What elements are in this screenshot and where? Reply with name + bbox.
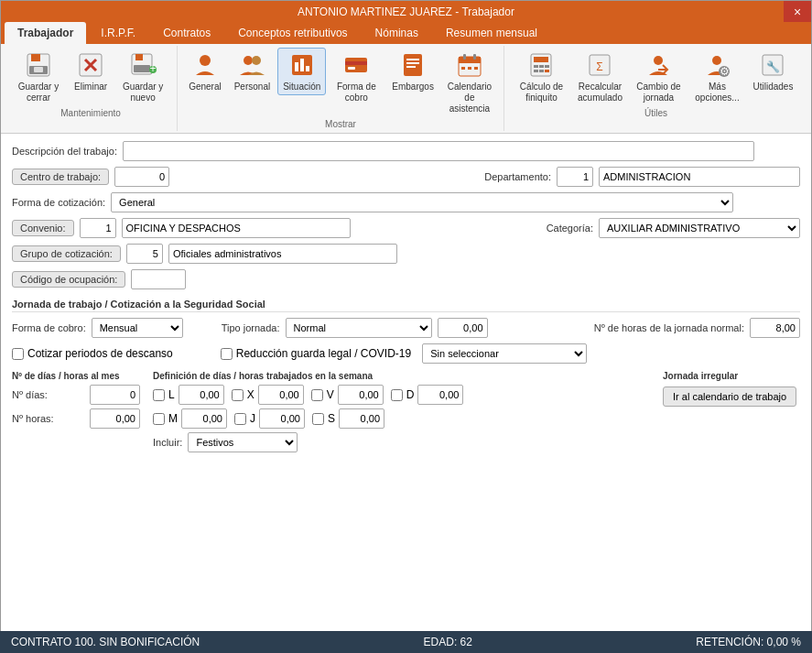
categoria-label: Categoría:	[547, 223, 593, 234]
status-edad: EDAD: 62	[424, 636, 472, 648]
categoria-select[interactable]: AUXILIAR ADMINISTRATIVO	[599, 218, 800, 238]
incluir-select[interactable]: Festivos	[188, 432, 298, 452]
delete-icon	[76, 50, 105, 80]
forma-cobro-select[interactable]: Mensual	[92, 318, 183, 338]
btn-situacion[interactable]: Situación	[277, 48, 326, 95]
day-D-input[interactable]	[417, 385, 463, 405]
horas-jornada-input[interactable]	[750, 318, 800, 338]
day-X-input[interactable]	[258, 385, 304, 405]
descripcion-input[interactable]	[123, 141, 754, 161]
ir-calendario-btn[interactable]: Ir al calendario de trabajo	[663, 386, 796, 407]
codigo-ocupacion-btn[interactable]: Código de ocupación:	[12, 271, 125, 288]
day-S-checkbox[interactable]	[312, 413, 324, 425]
tab-trabajador[interactable]: Trabajador	[5, 22, 86, 44]
descripcion-label: Descripción del trabajo:	[12, 146, 117, 157]
day-D-check[interactable]: D	[391, 388, 415, 401]
cotizar-periodos-check[interactable]: Cotizar periodos de descanso	[12, 347, 173, 360]
btn-cambio-jornada[interactable]: Cambio de jornada	[630, 48, 687, 106]
day-V-checkbox[interactable]	[311, 389, 323, 401]
btn-embargos[interactable]: Embargos	[386, 48, 439, 95]
day-J-input[interactable]	[259, 408, 305, 429]
jornada-irregular-panel: Jornada irregular Ir al calendario de tr…	[663, 371, 800, 407]
btn-calendario[interactable]: Calendario de asistencia	[441, 48, 498, 117]
btn-guardar-nuevo[interactable]: + Guardar y nuevo	[114, 48, 171, 106]
convenio-num-input[interactable]	[80, 218, 116, 238]
day-S-input[interactable]	[339, 408, 384, 429]
btn-calculo-finiquito[interactable]: Cálculo de finiquito	[513, 48, 569, 106]
convenio-btn[interactable]: Convenio:	[12, 220, 74, 236]
day-L-checkbox[interactable]	[153, 389, 165, 401]
tipo-jornada-hours[interactable]	[438, 318, 488, 338]
codigo-ocupacion-input[interactable]	[131, 269, 186, 289]
num-dias-input[interactable]	[90, 385, 140, 405]
grupo-cotizacion-name-input[interactable]	[168, 244, 397, 264]
day-M-checkbox[interactable]	[153, 413, 165, 425]
convenio-name-input[interactable]	[122, 218, 351, 238]
btn-general-label: General	[189, 82, 222, 93]
day-D-label: D	[406, 388, 415, 401]
num-horas-input[interactable]	[90, 408, 140, 429]
content-area: Descripción del trabajo: Centro de traba…	[1, 134, 811, 653]
svg-rect-34	[534, 57, 548, 62]
reduccion-guarda-checkbox[interactable]	[221, 348, 233, 360]
tab-contratos[interactable]: Contratos	[150, 22, 223, 44]
departamento-num-input[interactable]	[557, 167, 593, 187]
day-L-input[interactable]	[179, 385, 224, 405]
status-retencion: RETENCIÓN: 0,00 %	[696, 636, 801, 648]
title-bar: ANTONIO MARTINEZ JUAREZ - Trabajador ×	[1, 1, 811, 22]
tab-irpf[interactable]: I.R.P.F.	[88, 22, 148, 44]
tab-resumen[interactable]: Resumen mensual	[433, 22, 550, 44]
btn-mas-opciones[interactable]: ⚙ Más opciones...	[688, 48, 745, 106]
dias-horas-mes-panel: Nº de días / horas al mes Nº días: Nº ho…	[12, 371, 140, 434]
btn-calculo-finiquito-label: Cálculo de finiquito	[518, 82, 564, 103]
centro-input[interactable]	[114, 167, 169, 187]
tab-nominas[interactable]: Nóminas	[363, 22, 431, 44]
cotizar-periodos-checkbox[interactable]	[12, 348, 24, 360]
svg-rect-28	[463, 54, 466, 60]
grupo-cotizacion-num-input[interactable]	[126, 244, 163, 264]
day-M-check[interactable]: M	[153, 412, 178, 425]
tab-conceptos[interactable]: Conceptos retributivos	[225, 22, 360, 44]
day-S-label: S	[328, 412, 335, 425]
btn-guardar-cerrar[interactable]: Guardar y cerrar	[10, 48, 67, 106]
reduccion-guarda-check[interactable]: Reducción guarda legal / COVID-19	[221, 347, 411, 360]
incluir-label: Incluir:	[153, 437, 182, 448]
num-dias-label: Nº días:	[12, 389, 48, 400]
day-D-checkbox[interactable]	[391, 389, 403, 401]
calendario-icon	[455, 50, 484, 80]
svg-rect-17	[300, 59, 304, 71]
day-M-input[interactable]	[181, 408, 227, 429]
btn-personal[interactable]: Personal	[229, 48, 276, 95]
horas-jornada-label: Nº de horas de la jornada normal:	[594, 322, 744, 333]
day-V-check[interactable]: V	[311, 388, 334, 401]
reduccion-guarda-select[interactable]: Sin seleccionar	[422, 343, 587, 364]
day-J-checkbox[interactable]	[234, 413, 246, 425]
svg-point-14	[252, 56, 261, 65]
reduccion-guarda-label: Reducción guarda legal / COVID-19	[236, 347, 411, 360]
btn-recalcular[interactable]: Σ Recalcular acumulado	[571, 48, 628, 106]
main-window: ANTONIO MARTINEZ JUAREZ - Trabajador × T…	[1, 1, 811, 653]
forma-cobro-jornada-row: Forma de cobro: Mensual Tipo jornada: No…	[12, 318, 800, 338]
departamento-name-input[interactable]	[599, 167, 800, 187]
day-L-check[interactable]: L	[153, 388, 175, 401]
btn-eliminar[interactable]: Eliminar	[69, 48, 113, 95]
day-J-check[interactable]: J	[234, 412, 255, 425]
svg-rect-32	[474, 67, 478, 70]
btn-general[interactable]: General	[183, 48, 227, 95]
day-V-input[interactable]	[338, 385, 384, 405]
grupo-cotizacion-btn[interactable]: Grupo de cotización:	[12, 245, 121, 262]
window-title: ANTONIO MARTINEZ JUAREZ - Trabajador	[298, 5, 514, 18]
svg-rect-22	[404, 54, 422, 76]
close-button[interactable]: ×	[784, 1, 811, 22]
day-X-check[interactable]: X	[232, 388, 254, 401]
btn-utilidades[interactable]: 🔧 Utilidades	[747, 48, 798, 95]
tab-bar: Trabajador I.R.P.F. Contratos Conceptos …	[1, 22, 811, 44]
day-S-check[interactable]: S	[312, 412, 335, 425]
svg-rect-35	[534, 65, 538, 68]
btn-forma-cobro[interactable]: Forma de cobro	[328, 48, 384, 106]
day-X-checkbox[interactable]	[232, 389, 244, 401]
forma-cotizacion-select[interactable]: General	[111, 192, 733, 212]
tipo-jornada-select[interactable]: Normal	[286, 318, 432, 338]
centro-btn[interactable]: Centro de trabajo:	[12, 169, 109, 185]
svg-rect-1	[31, 54, 40, 61]
